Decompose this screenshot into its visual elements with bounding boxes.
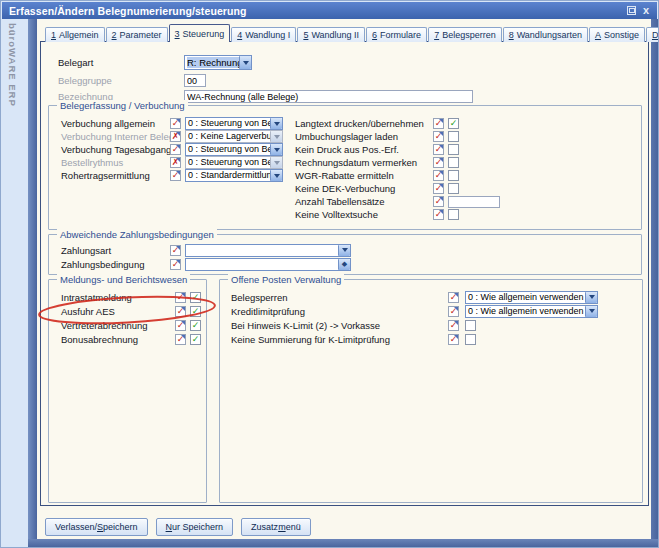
umbuchungslager-checkbox[interactable] xyxy=(448,131,459,142)
tab-sonstige[interactable]: ASonstige xyxy=(589,27,645,42)
row-hinweis-k-limit: Bei Hinweis K-Limit (2) -> Vorkasse ✓ xyxy=(231,318,598,332)
field-state-check-icon[interactable]: ✓ xyxy=(433,131,444,142)
field-state-check-icon[interactable]: ✓ xyxy=(433,144,444,155)
field-state-check-icon[interactable]: ✓ xyxy=(175,306,186,317)
field-state-check-icon[interactable]: ✓ xyxy=(433,183,444,194)
button-row: Verlassen/Speichern Nur Speichern Zusatz… xyxy=(45,518,311,536)
op-rows: Belegsperren ✓ 0 : Wie allgemein verwend… xyxy=(231,290,598,346)
zahlungsart-dropdown[interactable] xyxy=(185,244,351,257)
row-intrastatmeldung: Intrastatmeldung ✓ ✓ xyxy=(61,290,201,304)
row-langtext-drucken: Langtext drucken/übernehmen ✓ ✓ xyxy=(295,117,500,130)
row-keine-dek: Keine DEK-Verbuchung ✓ xyxy=(295,182,500,195)
row-verbuchung-tagesabgang: Verbuchung Tagesabgang ✓ 0 : Steuerung v… xyxy=(61,143,283,156)
field-state-check-icon[interactable]: ✓ xyxy=(175,334,186,345)
meldung-rows: Intrastatmeldung ✓ ✓ Ausfuhr AES ✓ ✓ Ver… xyxy=(61,290,201,346)
field-state-cross-icon[interactable]: ✗ xyxy=(170,157,181,168)
row-verbuchung-allgemein: Verbuchung allgemein ✓ 0 : Steuerung von… xyxy=(61,117,283,130)
field-state-check-icon[interactable]: ✓ xyxy=(170,259,181,270)
group-offene-posten: Offene Posten Verwaltung Belegsperren ✓ … xyxy=(219,279,643,503)
frame-bar-right xyxy=(651,19,659,548)
field-state-cross-icon[interactable]: ✗ xyxy=(170,131,181,142)
chevron-down-icon xyxy=(270,157,282,168)
row-zahlungsbedingung: Zahlungsbedingung ✓ ◆ xyxy=(61,257,351,271)
window-controls: x xyxy=(627,5,649,16)
tab-strip: 1Allgemein 2Parameter 3Steuerung 4Wandlu… xyxy=(45,24,659,42)
field-state-check-icon[interactable]: ✓ xyxy=(170,170,181,181)
vorkasse-checkbox[interactable] xyxy=(465,320,476,331)
keine-summierung-checkbox[interactable] xyxy=(465,334,476,345)
bonusabrechnung-checkbox[interactable]: ✓ xyxy=(190,334,201,345)
group-belegerfassung-title: Belegerfassung / Verbuchung xyxy=(57,100,188,111)
rohertragsermittlung-dropdown[interactable]: 0 : Standardermittlung xyxy=(185,169,283,182)
tab-page-steuerung: Belegart R: Rechnung Beleggruppe Bezeich… xyxy=(40,41,649,506)
field-state-check-icon[interactable]: ✓ xyxy=(448,334,459,345)
tab-allgemein[interactable]: 1Allgemein xyxy=(45,27,105,42)
belegart-label: Belegart xyxy=(58,57,93,68)
tab-wandlung-1[interactable]: 4Wandlung I xyxy=(231,27,296,42)
field-state-check-icon[interactable]: ✓ xyxy=(170,245,181,256)
chevron-down-icon xyxy=(585,306,597,317)
close-icon[interactable]: x xyxy=(643,5,649,16)
belegart-value: R: Rechnung xyxy=(187,57,239,68)
anzahl-tabellensaetze-input[interactable] xyxy=(448,196,500,208)
field-state-check-icon[interactable]: ✓ xyxy=(433,209,444,220)
verbuchung-allgemein-dropdown[interactable]: 0 : Steuerung von Belegart xyxy=(185,117,283,130)
verbuchung-tagesabgang-dropdown[interactable]: 0 : Steuerung von Belegart xyxy=(185,143,283,156)
dialog-content: 1Allgemein 2Parameter 3Steuerung 4Wandlu… xyxy=(37,19,651,539)
verbuchung-interner-beleg-dropdown: 0 : Keine Lagerverbuchung xyxy=(185,130,283,143)
belegsperren-dropdown[interactable]: 0 : Wie allgemein verwenden xyxy=(465,291,598,304)
chevron-down-icon xyxy=(239,56,251,69)
field-state-check-icon[interactable]: ✓ xyxy=(433,196,444,207)
zahlungsbedingung-lookup[interactable]: ◆ xyxy=(185,258,351,271)
field-state-check-icon[interactable]: ✓ xyxy=(433,157,444,168)
field-state-check-icon[interactable]: ✓ xyxy=(170,118,181,129)
row-kein-druck: Kein Druck aus Pos.-Erf. ✓ xyxy=(295,143,500,156)
title-bar[interactable]: Erfassen/Ändern Belegnumerierung/steueru… xyxy=(2,2,657,19)
langtext-drucken-checkbox[interactable]: ✓ xyxy=(448,118,459,129)
nur-speichern-button[interactable]: Nur Speichern xyxy=(156,518,234,536)
row-bonusabrechnung: Bonusabrechnung ✓ ✓ xyxy=(61,332,201,346)
ausfuhr-aes-checkbox[interactable]: ✓ xyxy=(190,306,201,317)
bestellrythmus-dropdown: 0 : Steuerung von Belegart xyxy=(185,156,283,169)
group-meldungswesen-title: Meldungs- und Berichtswesen xyxy=(57,274,190,285)
wgr-rabatte-checkbox[interactable] xyxy=(448,170,459,181)
field-state-check-icon[interactable]: ✓ xyxy=(448,306,459,317)
group-offene-posten-title: Offene Posten Verwaltung xyxy=(228,274,344,285)
chevron-down-icon xyxy=(338,245,350,256)
restore-icon[interactable] xyxy=(627,6,636,15)
tab-parameter[interactable]: 2Parameter xyxy=(106,27,168,42)
beleggruppe-input[interactable] xyxy=(184,74,206,87)
verlassen-speichern-button[interactable]: Verlassen/Speichern xyxy=(45,518,148,536)
kein-druck-checkbox[interactable] xyxy=(448,144,459,155)
field-state-check-icon[interactable]: ✓ xyxy=(448,320,459,331)
window-title: Erfassen/Ändern Belegnumerierung/steueru… xyxy=(2,5,247,17)
intrastatmeldung-checkbox[interactable]: ✓ xyxy=(190,292,201,303)
field-state-check-icon[interactable]: ✓ xyxy=(448,292,459,303)
zusatzmenue-button[interactable]: Zusatzmenü xyxy=(241,518,311,536)
row-zahlungsart: Zahlungsart ✓ xyxy=(61,243,351,257)
field-state-check-icon[interactable]: ✓ xyxy=(433,170,444,181)
tab-wandlungsarten[interactable]: 8Wandlungsarten xyxy=(503,27,588,42)
bezeichnung-input[interactable] xyxy=(184,90,473,103)
dialog-window: Erfassen/Ändern Belegnumerierung/steueru… xyxy=(0,0,659,548)
tab-steuerung[interactable]: 3Steuerung xyxy=(169,24,231,42)
chevron-down-icon xyxy=(270,170,282,181)
group-meldungswesen: Meldungs- und Berichtswesen Intrastatmel… xyxy=(48,279,207,503)
keine-volltextsuche-checkbox[interactable] xyxy=(448,209,459,220)
field-state-check-icon[interactable]: ✓ xyxy=(433,118,444,129)
field-state-check-icon[interactable]: ✓ xyxy=(175,292,186,303)
tab-wandlung-2[interactable]: 5Wandlung II xyxy=(297,27,365,42)
keine-dek-checkbox[interactable] xyxy=(448,183,459,194)
field-state-check-icon[interactable]: ✓ xyxy=(170,144,181,155)
rechnungsdatum-checkbox[interactable] xyxy=(448,157,459,168)
vertreterabrechnung-checkbox[interactable]: ✓ xyxy=(190,320,201,331)
belegart-dropdown[interactable]: R: Rechnung xyxy=(184,55,252,70)
kreditlimitpruefung-dropdown[interactable]: 0 : Wie allgemein verwenden xyxy=(465,305,598,318)
tab-formulare[interactable]: 6Formulare xyxy=(366,27,427,42)
row-anzahl-tabellensaetze: Anzahl Tabellensätze ✓ xyxy=(295,195,500,208)
tab-belegsperren[interactable]: 7Belegsperren xyxy=(428,27,502,42)
row-keine-volltextsuche: Keine Volltextsuche ✓ xyxy=(295,208,500,221)
row-bestellrythmus: Bestellrythmus ✗ 0 : Steuerung von Beleg… xyxy=(61,156,283,169)
field-state-check-icon[interactable]: ✓ xyxy=(175,320,186,331)
tab-wfl-tb[interactable]: DWFL/TB xyxy=(646,27,659,42)
